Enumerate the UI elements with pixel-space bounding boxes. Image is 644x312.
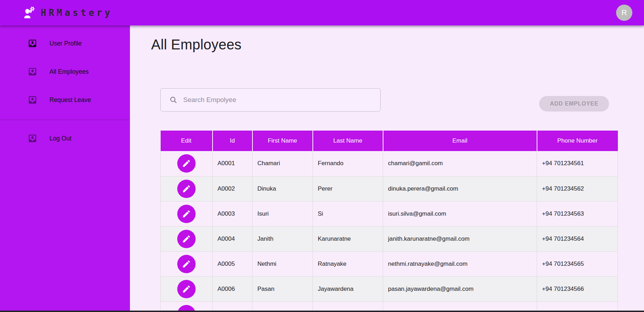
table-row: A0002DinukaPererdinuka.perera@gmail.com+…: [161, 176, 618, 201]
sidebar-item-request-leave[interactable]: Request Leave: [0, 91, 130, 108]
cell-first-name: Dinuka: [252, 176, 313, 201]
sidebar-footer: Log Out: [0, 130, 130, 147]
column-header-edit: Edit: [161, 131, 213, 151]
column-header-phone-number: Phone Number: [537, 131, 618, 151]
brand-name: HRMastery: [41, 7, 113, 18]
engineering-person-icon: [22, 6, 36, 19]
column-header-last-name: Last Name: [313, 131, 383, 151]
cell-last-name: Fernando: [313, 151, 383, 176]
edit-button[interactable]: [177, 305, 196, 311]
cell-email: pasan.jayawardena@gmail.com: [383, 276, 537, 301]
cell-last-name: [313, 301, 383, 311]
search-employee-input[interactable]: [183, 96, 375, 104]
search-icon: [169, 96, 178, 104]
sidebar-item-label: Request Leave: [49, 96, 91, 104]
brand: HRMastery: [22, 6, 113, 19]
cell-email: isuri.silva@gmail.com: [383, 201, 537, 226]
pencil-icon: [182, 184, 191, 193]
cell-phone: +94 701234566: [537, 276, 618, 301]
sidebar-nav: User Profile All Employees Request Leave: [0, 35, 130, 108]
sidebar-item-label: User Profile: [49, 40, 82, 47]
sidebar-item-log-out[interactable]: Log Out: [0, 130, 130, 147]
sidebar: User Profile All Employees Request Leave…: [0, 25, 130, 312]
move-to-inbox-icon: [28, 133, 37, 143]
cell-edit: [161, 276, 213, 301]
employees-table-wrap: EditIdFirst NameLast NameEmailPhone Numb…: [160, 131, 644, 311]
table-header-row: EditIdFirst NameLast NameEmailPhone Numb…: [161, 131, 618, 151]
bottom-edge-strip: [0, 311, 644, 312]
table-row: A0003IsuriSiisuri.silva@gmail.com+94 701…: [161, 201, 618, 226]
cell-first-name: Isuri: [252, 201, 313, 226]
cell-last-name: Perer: [313, 176, 383, 201]
table-row: A0006PasanJayawardenapasan.jayawardena@g…: [161, 276, 618, 301]
edit-button[interactable]: [177, 255, 196, 273]
cell-id: A0006: [213, 276, 252, 301]
cell-email: chamari@gamil.com: [383, 151, 537, 176]
cell-id: [213, 301, 252, 311]
sidebar-divider: [0, 120, 130, 120]
cell-id: A0001: [213, 151, 252, 176]
cell-edit: [161, 176, 213, 201]
cell-email: janith.karunaratne@gmail.com: [383, 226, 537, 251]
cell-phone: +94 701234563: [537, 201, 618, 226]
move-to-inbox-icon: [28, 67, 37, 77]
cell-phone: +94 701234565: [537, 251, 618, 276]
cell-first-name: Chamari: [252, 151, 313, 176]
edit-button[interactable]: [177, 280, 196, 298]
avatar-initial: R: [621, 8, 627, 17]
cell-id: A0003: [213, 201, 252, 226]
edit-button[interactable]: [177, 205, 196, 223]
cell-phone: +94 701234564: [537, 226, 618, 251]
table-row: A0004JanithKarunaratnejanith.karunaratne…: [161, 226, 618, 251]
pencil-icon: [182, 209, 191, 218]
add-employee-button[interactable]: ADD EMPLOYEE: [539, 96, 609, 112]
pencil-icon: [182, 234, 191, 244]
column-header-first-name: First Name: [252, 131, 313, 151]
cell-id: A0002: [213, 176, 252, 201]
cell-last-name: Si: [313, 201, 383, 226]
cell-email: dinuka.perera@gmail.com: [383, 176, 537, 201]
pencil-icon: [182, 159, 191, 168]
cell-last-name: Karunaratne: [313, 226, 383, 251]
pencil-icon: [182, 259, 191, 269]
sidebar-item-label: Log Out: [49, 135, 71, 142]
cell-edit: [161, 201, 213, 226]
cell-first-name: Janith: [252, 226, 313, 251]
column-header-id: Id: [213, 131, 252, 151]
cell-edit: [161, 226, 213, 251]
move-to-inbox-icon: [28, 38, 37, 48]
topbar: HRMastery R: [0, 0, 644, 25]
cell-edit: [161, 251, 213, 276]
cell-edit: [161, 301, 213, 311]
employees-table: EditIdFirst NameLast NameEmailPhone Numb…: [160, 131, 618, 311]
cell-phone: +94 701234562: [537, 176, 618, 201]
cell-id: A0004: [213, 226, 252, 251]
move-to-inbox-icon: [28, 95, 37, 105]
sidebar-item-label: All Employees: [49, 68, 89, 76]
cell-last-name: Ratnayake: [313, 251, 383, 276]
sidebar-item-all-employees[interactable]: All Employees: [0, 63, 130, 80]
edit-button[interactable]: [177, 154, 196, 173]
cell-first-name: Nethmi: [252, 251, 313, 276]
cell-first-name: [252, 301, 313, 311]
cell-first-name: Pasan: [252, 276, 313, 301]
page-title: All Employees: [151, 36, 644, 53]
cell-phone: [537, 301, 618, 311]
pencil-icon: [182, 284, 191, 294]
search-box[interactable]: [160, 88, 381, 112]
column-header-email: Email: [383, 131, 537, 151]
cell-last-name: Jayawardena: [313, 276, 383, 301]
cell-email: nethmi.ratnayake@gmail.com: [383, 251, 537, 276]
cell-email: [383, 301, 537, 311]
edit-button[interactable]: [177, 180, 196, 198]
sidebar-item-user-profile[interactable]: User Profile: [0, 35, 130, 52]
user-avatar[interactable]: R: [616, 5, 632, 21]
edit-button[interactable]: [177, 230, 196, 248]
table-row-partial: [161, 301, 618, 311]
cell-phone: +94 701234561: [537, 151, 618, 176]
cell-id: A0005: [213, 251, 252, 276]
table-row: A0001ChamariFernandochamari@gamil.com+94…: [161, 151, 618, 176]
cell-edit: [161, 151, 213, 176]
table-row: A0005NethmiRatnayakenethmi.ratnayake@gma…: [161, 251, 618, 276]
main-content: All Employees ADD EMPLOYEE EditIdFirst N…: [130, 25, 644, 312]
